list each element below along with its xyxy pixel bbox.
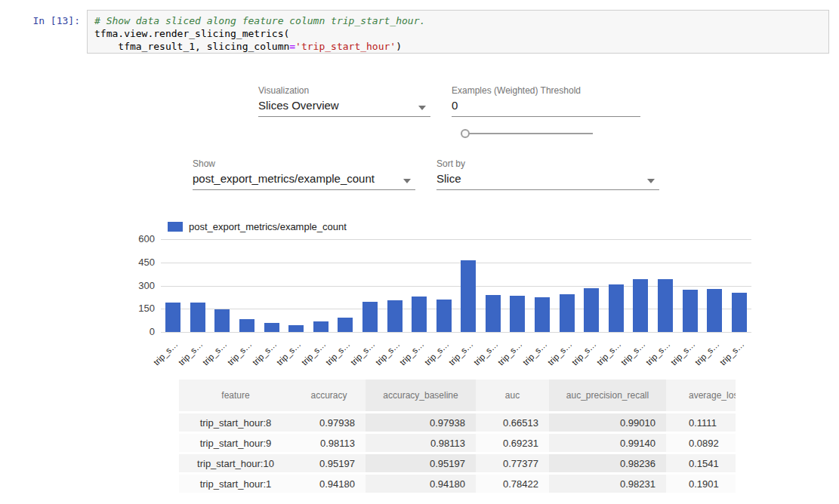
gridline	[161, 263, 751, 263]
bar	[633, 279, 648, 332]
table-header-cell: accuracy_baseline	[366, 380, 476, 411]
y-axis-tick-label: 150	[123, 303, 155, 314]
table-header-cell: feature	[179, 380, 292, 411]
gridline	[161, 239, 751, 240]
bar	[535, 297, 550, 332]
bar	[165, 303, 180, 332]
show-metric-select-value: post_export_metrics/example_count	[193, 172, 375, 185]
table-header-cell: accuracy	[292, 380, 366, 411]
code-comment: # Show data sliced along feature column …	[94, 15, 425, 26]
sort-by-select[interactable]: Slice	[436, 171, 659, 190]
metrics-table-body: trip_start_hour:80.979380.979380.665130.…	[179, 413, 736, 493]
threshold-input[interactable]: 0	[452, 97, 640, 117]
y-axis-tick-label: 600	[123, 233, 155, 244]
bar	[288, 325, 304, 332]
bar	[362, 302, 378, 332]
table-row: trip_start_hour:90.981130.981130.692310.…	[179, 434, 736, 452]
bar	[683, 290, 698, 332]
table-row: trip_start_hour:80.979380.979380.665130.…	[179, 413, 736, 432]
bar	[264, 323, 279, 332]
feature-cell: trip_start_hour:10	[179, 454, 292, 472]
cell-input-prompt: In [13]:	[23, 15, 80, 26]
y-axis-tick-label: 300	[123, 280, 155, 291]
table-header-cell: average_los	[666, 380, 736, 411]
metric-cell: 0.1541	[666, 454, 736, 472]
metric-cell: 0.95197	[366, 454, 476, 472]
metric-cell: 0.95197	[292, 454, 366, 472]
chart-plot	[161, 239, 751, 332]
notebook-page: In [13]: # Show data sliced along featur…	[0, 0, 839, 504]
y-axis-tick-label: 0	[123, 326, 155, 337]
metric-cell: 0.99010	[549, 413, 666, 432]
threshold-slider-track[interactable]	[467, 133, 593, 134]
code-operator: =	[289, 41, 295, 52]
chart-y-axis: 6004503001500	[123, 239, 155, 337]
metrics-table: featureaccuracyaccuracy_baselineaucauc_p…	[179, 377, 736, 495]
metric-cell: 0.97938	[366, 413, 476, 432]
metric-cell: 0.97938	[292, 413, 366, 432]
bar	[732, 293, 747, 332]
bar	[436, 300, 452, 332]
chevron-down-icon	[647, 179, 655, 183]
metric-cell: 0.69231	[476, 434, 549, 452]
feature-cell: trip_start_hour:8	[179, 413, 292, 432]
metric-cell: 0.98113	[366, 434, 476, 452]
bar	[412, 297, 427, 332]
metric-cell: 0.1111	[666, 413, 736, 432]
threshold-slider-knob[interactable]	[461, 129, 470, 138]
metric-cell: 0.98113	[292, 434, 366, 452]
sort-by-label: Sort by	[436, 158, 465, 169]
metric-cell: 0.98231	[549, 475, 666, 493]
bar	[190, 303, 205, 332]
bar	[609, 284, 624, 332]
bar	[560, 294, 575, 332]
visualization-select[interactable]: Slices Overview	[258, 97, 430, 117]
threshold-value: 0	[452, 99, 458, 112]
bar	[387, 300, 403, 332]
code-paren: )	[396, 41, 402, 52]
y-axis-tick-label: 450	[123, 257, 155, 268]
bar	[338, 318, 353, 332]
metric-cell: 0.98236	[549, 454, 666, 472]
chevron-down-icon	[418, 106, 426, 110]
bar	[313, 321, 329, 332]
table-row: trip_start_hour:100.951970.951970.773770…	[179, 454, 736, 472]
metric-cell: 0.94180	[366, 475, 476, 493]
gridline	[161, 332, 751, 333]
visualization-select-value: Slices Overview	[258, 99, 339, 112]
metric-cell: 0.99140	[549, 434, 666, 452]
code-line: tfma_result_1, slicing_column	[94, 41, 289, 52]
code-line: tfma.view.render_slicing_metrics(	[94, 28, 289, 39]
show-label: Show	[193, 158, 215, 169]
chart-x-axis: trip_s…trip_s…trip_s…trip_s…trip_s…trip_…	[161, 335, 765, 365]
bar	[214, 309, 230, 332]
code-string: 'trip_start_hour'	[295, 41, 396, 52]
bar	[461, 260, 476, 332]
code-cell[interactable]: # Show data sliced along feature column …	[87, 10, 829, 54]
metrics-table-head-row: featureaccuracyaccuracy_baselineaucauc_p…	[179, 380, 736, 411]
code-editor[interactable]: # Show data sliced along feature column …	[88, 11, 828, 57]
metric-cell: 0.77377	[476, 454, 549, 472]
bar	[486, 295, 501, 332]
metrics-table-container: featureaccuracyaccuracy_baselineaucauc_p…	[179, 377, 736, 504]
visualization-label: Visualization	[258, 85, 309, 96]
show-metric-select[interactable]: post_export_metrics/example_count	[193, 171, 415, 190]
table-header-cell: auc_precision_recall	[549, 380, 666, 411]
table-row: trip_start_hour:10.941800.941800.784220.…	[179, 475, 736, 493]
feature-cell: trip_start_hour:1	[179, 475, 292, 493]
legend-label: post_export_metrics/example_count	[189, 221, 347, 232]
bar	[658, 279, 673, 332]
metric-cell: 0.94180	[292, 475, 366, 493]
sort-by-select-value: Slice	[436, 172, 461, 185]
table-header-cell: auc	[476, 380, 549, 411]
metric-cell: 0.1901	[666, 475, 736, 493]
threshold-label: Examples (Weighted) Threshold	[452, 85, 581, 96]
metric-cell: 0.0892	[666, 434, 736, 452]
legend-swatch	[168, 222, 183, 232]
bar	[584, 288, 599, 332]
bar	[707, 289, 722, 332]
metric-cell: 0.66513	[476, 413, 549, 432]
bar	[239, 319, 254, 332]
feature-cell: trip_start_hour:9	[179, 434, 292, 452]
metric-cell: 0.78422	[476, 475, 549, 493]
